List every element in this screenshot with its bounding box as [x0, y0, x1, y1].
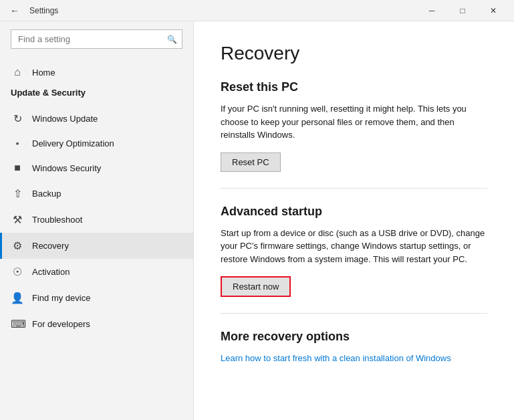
restart-now-button[interactable]: Restart now: [221, 276, 291, 297]
sidebar-item-find-my-device[interactable]: 👤 Find my device: [0, 285, 193, 311]
sidebar-item-windows-update[interactable]: ↻ Windows Update: [0, 106, 193, 132]
sidebar-item-recovery[interactable]: ⚙ Recovery: [0, 233, 193, 259]
window-controls: ─ □ ✕: [416, 0, 509, 21]
clean-install-link[interactable]: Learn how to start fresh with a clean in…: [221, 353, 451, 363]
sidebar-item-home[interactable]: ⌂ Home: [0, 60, 193, 85]
reset-pc-button[interactable]: Reset PC: [221, 152, 281, 172]
sidebar-label-backup: Backup: [32, 189, 61, 199]
for-developers-icon: ⌨: [11, 318, 24, 330]
recovery-icon: ⚙: [11, 239, 24, 252]
app-title: Settings: [29, 6, 58, 15]
delivery-optimization-icon: ▪: [11, 138, 24, 148]
reset-section-desc: If your PC isn't running well, resetting…: [221, 102, 487, 142]
section-divider-1: [221, 188, 487, 189]
main-layout: 🔍 ⌂ Home Update & Security ↻ Windows Upd…: [0, 21, 514, 420]
content-area: Recovery Reset this PC If your PC isn't …: [194, 21, 514, 420]
sidebar-item-backup[interactable]: ⇧ Backup: [0, 181, 193, 207]
sidebar-item-for-developers[interactable]: ⌨ For developers: [0, 311, 193, 337]
home-icon: ⌂: [11, 66, 24, 78]
sidebar-label-delivery-optimization: Delivery Optimization: [32, 138, 114, 148]
minimize-button[interactable]: ─: [416, 0, 447, 21]
windows-update-icon: ↻: [11, 112, 24, 125]
maximize-button[interactable]: □: [447, 0, 478, 21]
section-divider-2: [221, 313, 487, 314]
search-icon: 🔍: [167, 35, 177, 44]
find-my-device-icon: 👤: [11, 292, 24, 304]
back-button[interactable]: ←: [5, 1, 24, 20]
home-label: Home: [32, 68, 55, 78]
sidebar-label-activation: Activation: [32, 267, 70, 277]
sidebar-section-title: Update & Security: [0, 85, 193, 106]
page-title: Recovery: [221, 43, 487, 64]
more-options-title: More recovery options: [221, 330, 487, 344]
sidebar-label-troubleshoot: Troubleshoot: [32, 215, 82, 225]
sidebar-item-windows-security[interactable]: ■ Windows Security: [0, 155, 193, 181]
advanced-section-title: Advanced startup: [221, 205, 487, 219]
sidebar-item-activation[interactable]: ☉ Activation: [0, 259, 193, 285]
windows-security-icon: ■: [11, 162, 24, 174]
title-bar-left: ← Settings: [5, 1, 58, 20]
search-input[interactable]: [11, 29, 182, 49]
troubleshoot-icon: ⚒: [11, 213, 24, 226]
sidebar-label-for-developers: For developers: [32, 319, 90, 329]
sidebar-item-troubleshoot[interactable]: ⚒ Troubleshoot: [0, 207, 193, 233]
sidebar-label-windows-update: Windows Update: [32, 114, 98, 124]
activation-icon: ☉: [11, 266, 24, 278]
sidebar: 🔍 ⌂ Home Update & Security ↻ Windows Upd…: [0, 21, 194, 420]
backup-icon: ⇧: [11, 187, 24, 200]
sidebar-label-find-my-device: Find my device: [32, 293, 90, 303]
close-button[interactable]: ✕: [478, 0, 509, 21]
sidebar-label-recovery: Recovery: [32, 241, 69, 251]
search-container: 🔍: [11, 29, 182, 49]
sidebar-label-windows-security: Windows Security: [32, 163, 101, 173]
advanced-section-desc: Start up from a device or disc (such as …: [221, 227, 487, 266]
sidebar-item-delivery-optimization[interactable]: ▪ Delivery Optimization: [0, 132, 193, 155]
title-bar: ← Settings ─ □ ✕: [0, 0, 514, 21]
reset-section-title: Reset this PC: [221, 80, 487, 94]
